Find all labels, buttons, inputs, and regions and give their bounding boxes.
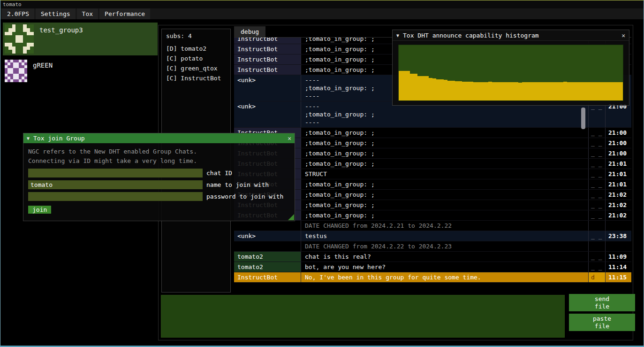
tab-debug[interactable]: debug <box>234 26 265 37</box>
menu-item-settings[interactable]: Settings <box>36 8 76 19</box>
message-flags-cell: _ _ <box>588 190 605 200</box>
message-line: DATE CHANGED from 2024.2.22 to 2024.2.23 <box>305 242 584 250</box>
message-line: No, I've been in this group for quite so… <box>305 273 584 281</box>
message-cell: ;tomato_in_group: ; <box>301 179 588 189</box>
message-cell: No, I've been in this group for quite so… <box>301 272 588 282</box>
message-line: ;tomato_in_group: ; <box>305 211 584 219</box>
message-time-cell: 11:15 <box>605 272 631 282</box>
histogram-bar <box>585 82 589 100</box>
join-button[interactable]: join <box>28 206 51 214</box>
message-line: ;tomato_in_group: ; <box>305 191 584 199</box>
app-window: tomato 2.0FPSSettingsToxPerformance test… <box>0 0 644 347</box>
sender-cell: InstructBot <box>234 44 301 54</box>
histogram-bar <box>548 82 552 100</box>
group-item-gREEN[interactable]: gREEN <box>3 58 158 84</box>
message-time-cell <box>605 241 631 251</box>
message-input[interactable] <box>161 295 565 338</box>
group-list: test_group3gREEN <box>3 23 158 86</box>
histogram-bar <box>571 82 575 100</box>
histogram-bar <box>432 78 436 100</box>
message-flags-cell: _ _ <box>588 210 605 220</box>
join-group-title-bar[interactable]: ▼ Tox join Group ✕ <box>23 133 295 143</box>
window-title-bar[interactable]: tomato <box>0 0 644 8</box>
close-icon[interactable]: ✕ <box>621 32 625 39</box>
histogram-bar <box>492 82 496 100</box>
menu-bar: 2.0FPSSettingsToxPerformance <box>0 8 644 19</box>
paste-file-button[interactable]: paste file <box>569 314 635 331</box>
join-input-password-to-join-with[interactable] <box>28 192 203 201</box>
chat-scrollbar-thumb[interactable] <box>581 108 585 129</box>
message-cell: bot, are you new here? <box>301 262 588 272</box>
chat-message-row[interactable]: <unk>testus_ _23:38 <box>234 231 631 241</box>
chat-message-row[interactable]: tomato2chat is this real?_ _11:09 <box>234 252 631 262</box>
message-time-cell: 21:01 <box>605 169 631 179</box>
sub-item[interactable]: [C] green_qtox <box>162 63 230 73</box>
close-icon[interactable]: ✕ <box>288 135 291 142</box>
histogram-bar <box>503 82 507 100</box>
message-time-cell: 21:02 <box>605 190 631 200</box>
histogram-bar <box>436 79 440 100</box>
join-field-row: chat ID <box>28 169 290 177</box>
histogram-bar <box>399 71 402 100</box>
join-input-chat-ID[interactable] <box>28 169 203 177</box>
message-cell: ;tomato_in_group: ; <box>301 159 588 169</box>
message-flags-cell: _ _ <box>588 169 605 179</box>
message-flags-cell: _ _ <box>588 159 605 169</box>
message-flags-cell: _ _ <box>588 128 605 138</box>
histogram-bar <box>593 82 597 100</box>
message-line: ;tomato_in_group: ; <box>305 180 584 188</box>
histogram-bar <box>462 82 466 100</box>
menu-item-performance[interactable]: Performance <box>99 8 150 19</box>
histogram-bar <box>541 82 545 100</box>
histogram-bar <box>425 76 429 100</box>
group-item-test_group3[interactable]: test_group3 <box>3 23 158 55</box>
histogram-bar <box>481 82 485 100</box>
histogram-bar <box>522 82 526 100</box>
menu-item-tox[interactable]: Tox <box>77 8 98 19</box>
collapse-arrow-icon[interactable]: ▼ <box>27 136 30 141</box>
message-line: ---- <box>305 118 584 126</box>
sub-item[interactable]: [D] tomato2 <box>162 44 230 54</box>
histogram-plot <box>398 45 623 101</box>
histogram-bar <box>530 82 533 100</box>
window-title: tomato <box>3 1 22 8</box>
histogram-bar <box>496 82 500 100</box>
join-input-name-to-join-with[interactable]: tomato <box>28 180 203 189</box>
histogram-bar <box>600 82 604 100</box>
sender-cell: tomato2 <box>234 252 301 262</box>
sender-cell <box>234 221 301 231</box>
chat-message-row[interactable]: InstructBotNo, I've been in this group f… <box>234 272 631 283</box>
send-file-button[interactable]: send file <box>569 294 635 311</box>
group-avatar <box>5 24 34 54</box>
histogram-bar <box>429 78 432 100</box>
join-field-row: password to join with <box>28 192 290 201</box>
message-time-cell: 11:14 <box>605 262 631 272</box>
sender-cell: InstructBot <box>234 54 301 64</box>
histogram-bar <box>518 83 522 100</box>
sub-item[interactable]: [C] InstructBot <box>162 73 230 83</box>
histogram-bar <box>470 82 473 100</box>
message-flags-cell <box>588 221 605 231</box>
message-flags-cell: d <box>588 272 605 282</box>
date-separator-row[interactable]: DATE CHANGED from 2024.2.21 to 2024.2.22 <box>234 221 631 231</box>
send-file-label-line1: send <box>595 295 609 303</box>
histogram-bar <box>526 82 530 100</box>
menu-item-2-0fps[interactable]: 2.0FPS <box>2 8 34 19</box>
sender-cell: InstructBot <box>234 65 301 75</box>
message-time-cell: 21:02 <box>605 210 631 220</box>
histogram-bar <box>560 82 563 100</box>
histogram-bar <box>500 82 503 100</box>
histogram-bar <box>410 74 414 100</box>
histogram-bar <box>466 82 470 100</box>
histogram-title-bar[interactable]: ▼ Tox DHT announce capability histogram … <box>393 30 629 41</box>
chat-message-row[interactable]: tomato2bot, are you new here?_ _11:14 <box>234 262 631 272</box>
histogram-bar <box>597 82 600 100</box>
histogram-bar <box>545 82 548 100</box>
histogram-bar <box>537 82 541 100</box>
collapse-arrow-icon[interactable]: ▼ <box>396 33 399 38</box>
sub-item[interactable]: [C] potato <box>162 54 230 63</box>
resize-grip[interactable] <box>288 214 294 220</box>
message-line: chat is this real? <box>305 253 584 261</box>
histogram-bar <box>473 82 477 100</box>
date-separator-row[interactable]: DATE CHANGED from 2024.2.22 to 2024.2.23 <box>234 241 631 252</box>
